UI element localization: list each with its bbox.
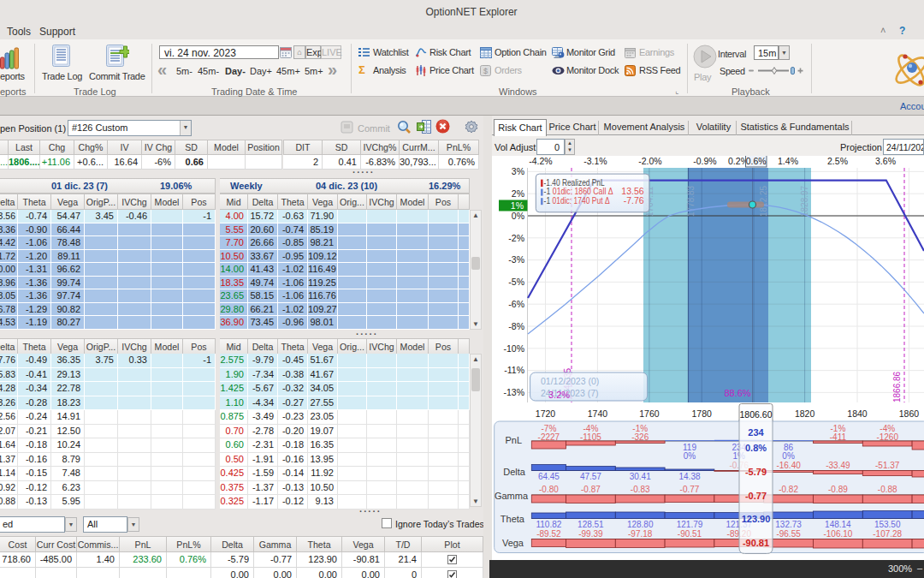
svg-text:-7.76: -7.76 (624, 195, 644, 206)
svg-text:-0.77: -0.77 (745, 491, 767, 501)
svg-text:-96.55: -96.55 (776, 529, 801, 539)
svg-text:-1105: -1105 (580, 432, 601, 442)
svg-text:110.82: 110.82 (536, 520, 561, 529)
svg-text:1778.83: 1778.83 (686, 185, 696, 217)
svg-text:-0.80: -0.80 (539, 485, 559, 494)
svg-text:-1 01dic: 1740 Put Δ: -1 01dic: 1740 Put Δ (544, 195, 610, 206)
svg-text:-90.51: -90.51 (678, 529, 702, 539)
svg-text:-0.89: -0.89 (828, 485, 848, 494)
svg-text:1812.25: 1812.25 (759, 185, 768, 217)
svg-text:-5%: -5% (508, 277, 524, 287)
svg-text:-107.28: -107.28 (873, 529, 902, 539)
svg-text:0.6%: 0.6% (746, 156, 767, 166)
svg-text:01/12/2023 (0): 01/12/2023 (0) (541, 376, 599, 386)
svg-text:-0.9%: -0.9% (693, 156, 716, 166)
svg-text:1740: 1740 (588, 408, 608, 419)
svg-text:-6%: -6% (508, 299, 524, 309)
svg-text:-11%: -11% (504, 365, 524, 375)
svg-text:1780: 1780 (692, 408, 713, 419)
svg-text:-0.87: -0.87 (581, 485, 601, 494)
svg-text:2%: 2% (512, 188, 524, 199)
svg-text:47.57: 47.57 (580, 472, 601, 481)
svg-text:-0.83: -0.83 (631, 485, 650, 494)
svg-text:-13%: -13% (503, 387, 524, 397)
svg-text:-8%: -8% (508, 321, 524, 331)
svg-text:-0.88: -0.88 (878, 485, 897, 494)
svg-text:2.5%: 2.5% (827, 156, 848, 166)
svg-text:1828.97: 1828.97 (800, 185, 809, 217)
svg-text:3%: 3% (512, 166, 524, 176)
svg-text:0%: 0% (782, 451, 795, 461)
svg-text:234: 234 (748, 427, 764, 438)
svg-text:-2227: -2227 (538, 432, 560, 442)
svg-text:1.4%: 1.4% (778, 156, 798, 166)
svg-text:121.79: 121.79 (677, 520, 703, 529)
svg-text:-33.49: -33.49 (826, 461, 850, 470)
svg-text:148.14: 148.14 (825, 520, 851, 529)
svg-text:1820: 1820 (795, 408, 815, 419)
svg-text:-0.77: -0.77 (680, 485, 700, 494)
svg-text:-5.79: -5.79 (745, 467, 767, 477)
svg-text:$: $ (483, 67, 488, 75)
svg-text:0.8%: 0.8% (745, 443, 767, 453)
svg-text:-99.39: -99.39 (578, 529, 603, 539)
svg-text:128.51: 128.51 (578, 520, 604, 529)
svg-text:-106.10: -106.10 (823, 529, 852, 539)
svg-text:3.2%: 3.2% (548, 390, 570, 400)
svg-text:0%: 0% (684, 451, 696, 461)
svg-text:1840: 1840 (847, 408, 868, 419)
svg-text:-97.18: -97.18 (628, 529, 653, 539)
svg-text:-2.0%: -2.0% (638, 156, 661, 166)
svg-text:-16.40: -16.40 (776, 461, 801, 470)
svg-text:1866.86: 1866.86 (892, 371, 902, 402)
svg-text:-3%: -3% (508, 254, 524, 265)
svg-text:Delta: Delta (503, 467, 526, 477)
svg-text:-411: -411 (830, 432, 847, 442)
svg-text:-90.81: -90.81 (743, 538, 769, 548)
svg-text:1720: 1720 (536, 408, 556, 419)
svg-text:132.73: 132.73 (775, 520, 802, 529)
svg-text:-10%: -10% (503, 343, 524, 354)
svg-text:-326: -326 (631, 432, 649, 442)
svg-text:64.45: 64.45 (538, 472, 560, 481)
svg-text:3.6%: 3.6% (875, 156, 896, 166)
svg-text:-0.82: -0.82 (779, 485, 798, 494)
svg-text:1%: 1% (511, 200, 524, 211)
svg-text:-1260: -1260 (876, 432, 898, 442)
svg-text:1806.60: 1806.60 (740, 409, 773, 420)
svg-text:-89.52: -89.52 (536, 529, 561, 539)
svg-text:123.90: 123.90 (742, 514, 771, 524)
svg-text:14.38: 14.38 (678, 472, 700, 481)
svg-text:-51.37: -51.37 (875, 461, 900, 470)
svg-text:-4.2%: -4.2% (529, 156, 552, 166)
svg-text:88.6%: 88.6% (724, 388, 750, 398)
svg-text:PnL: PnL (505, 435, 522, 445)
svg-text:128.80: 128.80 (627, 520, 654, 529)
svg-text:1860: 1860 (899, 408, 920, 419)
svg-text:Theta: Theta (500, 514, 525, 524)
svg-text:153.50: 153.50 (874, 520, 901, 529)
svg-text:1760: 1760 (639, 408, 660, 419)
svg-text:-2%: -2% (508, 233, 524, 243)
svg-text:Gamma: Gamma (495, 491, 529, 501)
svg-text:0%: 0% (512, 211, 524, 221)
svg-text:30.41: 30.41 (630, 472, 651, 481)
svg-text:-3.1%: -3.1% (583, 156, 607, 166)
svg-text:Vega: Vega (502, 538, 524, 548)
